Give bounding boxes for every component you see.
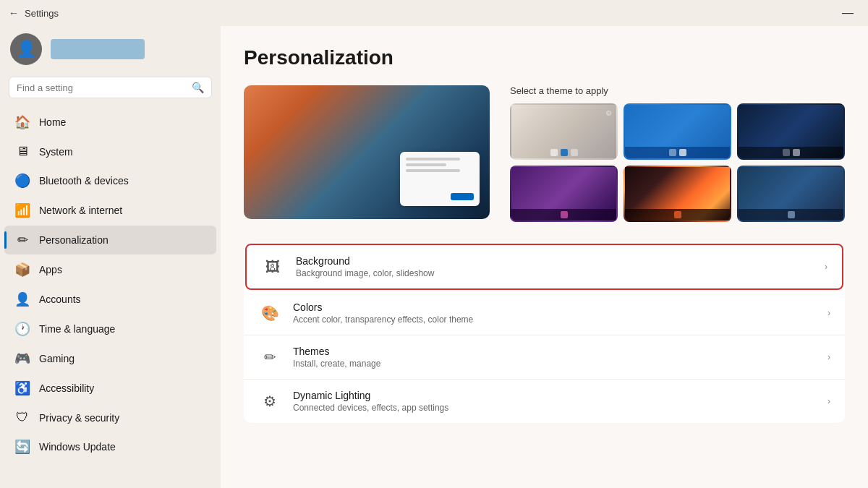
nav-icon-accounts: 👤 <box>14 291 30 307</box>
settings-icon-colors: 🎨 <box>258 301 281 325</box>
theme-taskbar-blue <box>625 147 730 158</box>
dialog-line-2 <box>406 163 446 166</box>
settings-item-colors[interactable]: 🎨 Colors Accent color, transparency effe… <box>244 291 845 335</box>
nav-icon-accessibility: ♿ <box>14 380 30 396</box>
settings-chevron-themes: › <box>827 352 830 362</box>
theme-grid: ⚙ <box>510 103 845 222</box>
nav-icon-gaming: 🎮 <box>14 351 30 367</box>
nav-label-home: Home <box>39 116 66 128</box>
settings-chevron-background: › <box>825 262 827 272</box>
theme-tile-purple[interactable] <box>510 166 618 222</box>
theme-select-label: Select a theme to apply <box>510 85 845 96</box>
taskbar-dot <box>788 211 795 218</box>
theme-select-area: Select a theme to apply ⚙ <box>510 85 845 222</box>
nav-icon-apps: 📦 <box>14 262 30 278</box>
nav-icon-personalization: ✏ <box>14 232 30 248</box>
nav-icon-windows-update: 🔄 <box>14 439 30 455</box>
settings-list: 🖼 Background Background image, color, sl… <box>244 242 845 423</box>
taskbar-dot <box>669 149 676 156</box>
preview-dialog <box>400 152 480 206</box>
settings-icon-themes: ✏ <box>258 346 281 369</box>
sidebar-item-bluetooth[interactable]: 🔵 Bluetooth & devices <box>4 166 216 195</box>
user-name-blur <box>51 39 145 59</box>
sidebar-item-accounts[interactable]: 👤 Accounts <box>4 285 216 314</box>
theme-tile-light[interactable]: ⚙ <box>510 103 618 160</box>
settings-text-colors: Colors Accent color, transparency effect… <box>293 301 816 325</box>
settings-item-background[interactable]: 🖼 Background Background image, color, sl… <box>245 244 843 290</box>
taskbar-dot <box>793 149 800 156</box>
main-layout: 👤 🔍 🏠 Home 🖥 System 🔵 Bluetooth & device… <box>0 26 868 488</box>
taskbar-dot <box>550 149 558 156</box>
settings-text-background: Background Background image, color, slid… <box>296 255 813 278</box>
dialog-line-1 <box>406 158 460 160</box>
avatar: 👤 <box>10 33 42 65</box>
taskbar-dot <box>783 149 790 156</box>
content-inner: Personalization Select a theme to apply <box>244 46 845 423</box>
settings-chevron-colors: › <box>827 308 830 318</box>
settings-title-dynamic-lighting: Dynamic Lighting <box>293 390 816 401</box>
taskbar-dot <box>571 149 578 156</box>
theme-preview <box>244 85 490 219</box>
sidebar-item-privacy[interactable]: 🛡 Privacy & security <box>4 403 216 432</box>
settings-chevron-dynamic-lighting: › <box>827 396 830 406</box>
nav-label-gaming: Gaming <box>39 353 75 364</box>
settings-title-background: Background <box>296 255 813 267</box>
nav-icon-time: 🕐 <box>14 321 30 337</box>
sidebar-item-system[interactable]: 🖥 System <box>4 137 216 166</box>
nav-label-personalization: Personalization <box>39 234 109 246</box>
page-title: Personalization <box>244 46 845 69</box>
nav-container: 🏠 Home 🖥 System 🔵 Bluetooth & devices 📶 … <box>0 107 221 462</box>
sidebar-item-network[interactable]: 📶 Network & internet <box>4 196 216 225</box>
theme-taskbar-glow <box>625 209 730 221</box>
nav-icon-system: 🖥 <box>14 144 30 159</box>
nav-label-privacy: Privacy & security <box>39 412 119 424</box>
dialog-button <box>451 193 474 200</box>
sidebar-item-time[interactable]: 🕐 Time & language <box>4 314 216 343</box>
search-input[interactable] <box>17 82 186 93</box>
sidebar-item-home[interactable]: 🏠 Home <box>4 108 216 137</box>
settings-text-themes: Themes Install, create, manage <box>293 346 816 369</box>
sidebar-item-gaming[interactable]: 🎮 Gaming <box>4 344 216 373</box>
avatar-icon: 👤 <box>17 40 36 59</box>
back-button[interactable]: ← <box>9 7 19 19</box>
theme-tile-dark[interactable] <box>737 103 845 160</box>
settings-desc-colors: Accent color, transparency effects, colo… <box>293 314 816 325</box>
sidebar: 👤 🔍 🏠 Home 🖥 System 🔵 Bluetooth & device… <box>0 26 221 488</box>
nav-label-apps: Apps <box>39 264 62 275</box>
theme-section: Select a theme to apply ⚙ <box>244 85 845 222</box>
settings-desc-background: Background image, color, slideshow <box>296 268 813 278</box>
taskbar-dot <box>679 149 686 156</box>
titlebar: ← Settings — <box>0 0 868 26</box>
sidebar-item-accessibility[interactable]: ♿ Accessibility <box>4 374 216 403</box>
theme-taskbar-dark <box>739 147 843 158</box>
settings-item-dynamic-lighting[interactable]: ⚙ Dynamic Lighting Connected devices, ef… <box>244 380 845 423</box>
sidebar-item-personalization[interactable]: ✏ Personalization <box>4 226 216 254</box>
nav-label-accessibility: Accessibility <box>39 382 94 394</box>
search-box[interactable]: 🔍 <box>9 77 212 98</box>
theme-tile-glow[interactable] <box>624 166 731 222</box>
sidebar-item-windows-update[interactable]: 🔄 Windows Update <box>4 432 216 461</box>
theme-taskbar-purple <box>511 209 616 221</box>
titlebar-title: Settings <box>25 8 59 19</box>
dialog-line-3 <box>406 169 460 172</box>
nav-icon-privacy: 🛡 <box>14 410 30 425</box>
nav-label-time: Time & language <box>39 323 115 335</box>
user-profile[interactable]: 👤 <box>0 26 221 77</box>
settings-icon-background: 🖼 <box>261 255 284 278</box>
sidebar-item-apps[interactable]: 📦 Apps <box>4 255 216 284</box>
search-icon: 🔍 <box>192 82 204 93</box>
taskbar-dot <box>561 149 568 156</box>
theme-tile-ocean[interactable] <box>737 166 845 222</box>
settings-title-themes: Themes <box>293 346 816 357</box>
minimize-button[interactable]: — <box>836 7 859 20</box>
theme-tile-blue[interactable] <box>624 103 731 160</box>
nav-label-system: System <box>39 146 73 158</box>
theme-taskbar-ocean <box>739 209 843 221</box>
settings-title-colors: Colors <box>293 301 816 313</box>
settings-item-themes[interactable]: ✏ Themes Install, create, manage › <box>244 335 845 380</box>
nav-icon-home: 🏠 <box>14 114 30 130</box>
settings-desc-themes: Install, create, manage <box>293 359 816 369</box>
settings-text-dynamic-lighting: Dynamic Lighting Connected devices, effe… <box>293 390 816 413</box>
nav-icon-bluetooth: 🔵 <box>14 173 30 189</box>
nav-label-network: Network & internet <box>39 205 122 216</box>
